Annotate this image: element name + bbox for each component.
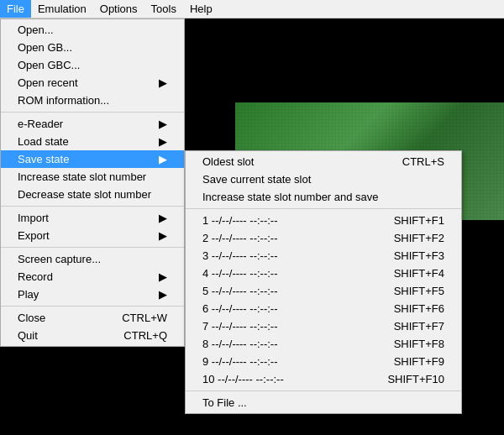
menu-open-recent[interactable]: Open recent ▶ — [1, 74, 184, 92]
game-top-black — [235, 18, 504, 102]
submenu-slot-1[interactable]: 1 --/--/---- --:--:-- SHIFT+F1 — [186, 212, 461, 229]
shortcut-slot-6: SHIFT+F6 — [394, 302, 444, 315]
submenu-slot-10[interactable]: 10 --/--/---- --:--:-- SHIFT+F10 — [186, 370, 461, 388]
menubar-item-file[interactable]: File — [0, 0, 31, 18]
menu-quit[interactable]: Quit CTRL+Q — [1, 327, 184, 344]
menu-close[interactable]: Close CTRL+W — [1, 309, 184, 327]
shortcut-slot-4: SHIFT+F4 — [394, 267, 444, 280]
submenu-sep-1 — [186, 208, 461, 209]
menubar-item-help[interactable]: Help — [183, 0, 219, 18]
menubar-item-emulation[interactable]: Emulation — [31, 0, 93, 18]
submenu-oldest-slot[interactable]: Oldest slot CTRL+S — [186, 153, 461, 170]
shortcut-slot-2: SHIFT+F2 — [394, 232, 444, 244]
menu-screen-capture[interactable]: Screen capture... — [1, 250, 184, 268]
submenu-slot-2[interactable]: 2 --/--/---- --:--:-- SHIFT+F2 — [186, 229, 461, 247]
separator-4 — [1, 306, 184, 307]
menubar-item-tools[interactable]: Tools — [144, 0, 183, 18]
arrow-icon: ▶ — [159, 288, 167, 301]
shortcut-slot-10: SHIFT+F10 — [387, 373, 444, 385]
shortcut-quit: CTRL+Q — [123, 329, 167, 342]
menu-export[interactable]: Export ▶ — [1, 227, 184, 244]
arrow-icon: ▶ — [159, 153, 167, 165]
arrow-icon: ▶ — [159, 118, 167, 130]
menu-play[interactable]: Play ▶ — [1, 286, 184, 303]
shortcut-slot-3: SHIFT+F3 — [394, 249, 444, 262]
menu-open-gbc[interactable]: Open GBC... — [1, 56, 184, 74]
separator-2 — [1, 206, 184, 207]
shortcut-slot-7: SHIFT+F7 — [394, 320, 444, 333]
menu-ereader[interactable]: e-Reader ▶ — [1, 115, 184, 133]
menu-save-state[interactable]: Save state ▶ — [1, 150, 184, 168]
submenu-slot-5[interactable]: 5 --/--/---- --:--:-- SHIFT+F5 — [186, 282, 461, 300]
menu-bar: File Emulation Options Tools Help — [0, 0, 504, 18]
submenu-to-file[interactable]: To File ... — [186, 394, 461, 411]
file-dropdown: Open... Open GB... Open GBC... Open rece… — [0, 18, 185, 347]
arrow-icon: ▶ — [159, 270, 167, 283]
save-state-submenu: Oldest slot CTRL+S Save current state sl… — [185, 150, 462, 414]
menubar-item-options[interactable]: Options — [93, 0, 144, 18]
separator-3 — [1, 247, 184, 248]
separator-1 — [1, 112, 184, 113]
shortcut-close: CTRL+W — [122, 312, 167, 324]
menu-rom-info[interactable]: ROM information... — [1, 92, 184, 109]
menu-open-gb[interactable]: Open GB... — [1, 39, 184, 56]
shortcut-oldest: CTRL+S — [402, 155, 444, 168]
menu-record[interactable]: Record ▶ — [1, 268, 184, 286]
submenu-slot-9[interactable]: 9 --/--/---- --:--:-- SHIFT+F9 — [186, 353, 461, 370]
file-menu: Open... Open GB... Open GBC... Open rece… — [0, 18, 185, 347]
menu-open[interactable]: Open... — [1, 21, 184, 39]
arrow-icon: ▶ — [159, 135, 167, 148]
menu-increase-slot[interactable]: Increase state slot number — [1, 168, 184, 186]
menu-load-state[interactable]: Load state ▶ — [1, 133, 184, 150]
submenu-slot-7[interactable]: 7 --/--/---- --:--:-- SHIFT+F7 — [186, 317, 461, 335]
shortcut-slot-8: SHIFT+F8 — [394, 338, 444, 350]
shortcut-slot-9: SHIFT+F9 — [394, 355, 444, 368]
submenu-increase-save[interactable]: Increase state slot number and save — [186, 188, 461, 206]
menu-decrease-slot[interactable]: Decrease state slot number — [1, 186, 184, 203]
submenu-slot-4[interactable]: 4 --/--/---- --:--:-- SHIFT+F4 — [186, 265, 461, 282]
submenu-sep-2 — [186, 390, 461, 391]
menu-import[interactable]: Import ▶ — [1, 209, 184, 227]
submenu-slot-3[interactable]: 3 --/--/---- --:--:-- SHIFT+F3 — [186, 247, 461, 265]
shortcut-slot-5: SHIFT+F5 — [394, 285, 444, 297]
arrow-icon: ▶ — [159, 212, 167, 224]
shortcut-slot-1: SHIFT+F1 — [394, 214, 444, 227]
submenu-save-current[interactable]: Save current state slot — [186, 170, 461, 188]
arrow-icon: ▶ — [159, 229, 167, 242]
arrow-icon: ▶ — [159, 76, 167, 89]
submenu-slot-6[interactable]: 6 --/--/---- --:--:-- SHIFT+F6 — [186, 300, 461, 317]
submenu-slot-8[interactable]: 8 --/--/---- --:--:-- SHIFT+F8 — [186, 335, 461, 353]
